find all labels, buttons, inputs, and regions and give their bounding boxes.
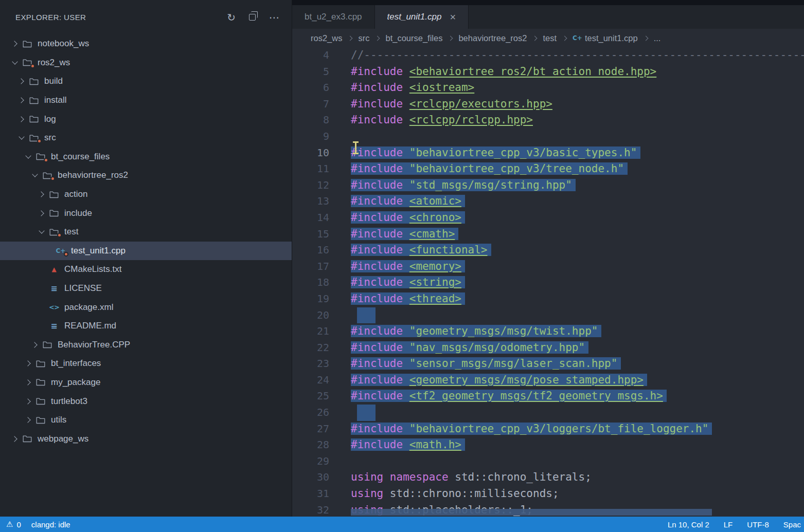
code-line-21[interactable]: 21#include "geometry_msgs/msg/twist.hpp" [292,323,804,340]
code-line-8[interactable]: 8#include <rclcpp/rclcpp.hpp> [292,112,804,129]
code-line-25[interactable]: 25#include <tf2_geometry_msgs/tf2_geomet… [292,388,804,405]
code-text: #include <rclcpp/executors.hpp> [351,96,552,113]
breadcrumb-item-behaviortree_ros2[interactable]: behaviortree_ros2 [458,33,527,43]
chevron-right-icon [9,437,21,441]
refresh-icon[interactable]: ↻ [227,12,236,23]
code-token: #include [351,341,409,354]
code-line-6[interactable]: 6#include <iostream> [292,80,804,96]
breadcrumb-item-test[interactable]: test [543,33,557,43]
chevron-right-icon [16,98,27,102]
code-line-28[interactable]: 28#include <math.h> [292,437,804,453]
selection-highlight: #include <math.h> [351,438,465,451]
code-line-31[interactable]: 31using std::chrono::milliseconds; [292,486,804,502]
tree-item-bt_course_files[interactable]: bt_course_files [0,148,292,167]
encoding-indicator[interactable]: UTF-8 [747,520,769,529]
code-token: #include [351,81,409,94]
code-line-10[interactable]: 10#include "behaviortree_cpp_v3/basic_ty… [292,145,804,161]
tree-item-notebook_ws[interactable]: notebook_ws [0,34,292,53]
code-text: #include "behaviortree_cpp_v3/tree_node.… [351,161,628,177]
folder-icon [47,208,61,218]
tree-item-LICENSE[interactable]: ≡LICENSE [0,279,292,298]
clangd-status[interactable]: clangd: idle [31,520,70,529]
code-line-24[interactable]: 24#include <geometry_msgs/msg/pose_stamp… [292,372,804,389]
tree-item-package.xml[interactable]: <>package.xml [0,298,292,317]
tree-item-test_unit1.cpp[interactable]: C+test_unit1.cpp [0,242,292,261]
line-number: 22 [292,340,329,356]
chevron-right-icon [36,192,47,196]
code-token: "behaviortree_cpp_v3/loggers/bt_file_log… [409,423,709,435]
breadcrumb-item-...[interactable]: ... [654,33,661,43]
code-line-20[interactable]: 20 [292,307,804,324]
tree-item-test[interactable]: test [0,223,292,242]
cursor-position[interactable]: Ln 10, Col 2 [668,520,709,529]
horizontal-scrollbar[interactable] [351,509,712,516]
code-line-9[interactable]: 9 [292,129,804,145]
code-line-30[interactable]: 30using namespace std::chrono_literals; [292,469,804,486]
tree-item-webpage_ws[interactable]: webpage_ws [0,429,292,448]
code-token: "behaviortree_cpp_v3/tree_node.h" [409,162,624,175]
line-number: 32 [292,502,329,517]
file-icon-glyph: ≡ [50,321,57,331]
more-actions-icon[interactable]: ⋯ [269,12,279,23]
collapse-folders-icon[interactable] [249,14,256,21]
code-line-5[interactable]: 5#include <behaviortree_ros2/bt_action_n… [292,64,804,80]
tree-item-utils[interactable]: utils [0,411,292,430]
breadcrumb-item-bt_course_files[interactable]: bt_course_files [385,33,442,43]
code-line-13[interactable]: 13#include <atomic> [292,193,804,210]
code-editor[interactable]: 4//-------------------------------------… [292,47,804,517]
code-line-7[interactable]: 7#include <rclcpp/executors.hpp> [292,96,804,113]
folder-icon [27,133,41,143]
code-area: 4//-------------------------------------… [292,47,804,517]
code-text: using namespace std::chrono_literals; [351,469,592,486]
tree-item-behaviortree_ros2[interactable]: behaviortree_ros2 [0,166,292,185]
code-line-4[interactable]: 4//-------------------------------------… [292,47,804,64]
code-line-18[interactable]: 18#include <string> [292,274,804,291]
tree-item-README.md[interactable]: ≡README.md [0,317,292,336]
tree-item-label: README.md [64,321,116,331]
folder-icon [21,434,34,444]
license-file-icon: ≡ [47,283,61,293]
code-text: #include <rclcpp/rclcpp.hpp> [351,112,533,129]
tree-item-action[interactable]: action [0,185,292,204]
tab-test_unit1.cpp[interactable]: test_unit1.cpp× [375,5,469,29]
breadcrumb-item-src[interactable]: src [358,33,369,43]
code-line-16[interactable]: 16#include <functional> [292,242,804,259]
eol-indicator[interactable]: LF [724,520,733,529]
tree-item-install[interactable]: install [0,91,292,110]
code-line-23[interactable]: 23#include "sensor_msgs/msg/laser_scan.h… [292,356,804,372]
status-bar-right: Ln 10, Col 2 LF UTF-8 Spac [668,520,801,529]
code-line-22[interactable]: 22#include "nav_msgs/msg/odometry.hpp" [292,340,804,356]
breadcrumb-item-ros2_ws[interactable]: ros2_ws [311,33,342,43]
tree-item-label: notebook_ws [38,39,89,49]
tree-item-CMakeLists.txt[interactable]: ▲CMakeLists.txt [0,260,292,279]
code-line-11[interactable]: 11#include "behaviortree_cpp_v3/tree_nod… [292,161,804,177]
code-token: <rclcpp/rclcpp.hpp> [409,114,533,126]
tree-item-label: include [64,208,92,218]
code-line-26[interactable]: 26 [292,405,804,421]
tree-item-BehaviorTree.CPP[interactable]: BehaviorTree.CPP [0,336,292,355]
tree-item-log[interactable]: log [0,109,292,129]
code-line-29[interactable]: 29 [292,453,804,470]
tree-item-build[interactable]: build [0,72,292,91]
modified-dot [64,252,68,256]
indentation-indicator[interactable]: Spac [783,520,801,529]
close-icon[interactable]: × [450,11,456,23]
problems-indicator[interactable]: ⚠ 0 [6,520,21,529]
tree-item-include[interactable]: include [0,204,292,223]
code-line-19[interactable]: 19#include <thread> [292,291,804,307]
chevron-right-icon [643,35,648,41]
tab-bt_u2_ex3.cpp[interactable]: bt_u2_ex3.cpp [292,5,375,29]
code-line-12[interactable]: 12#include "std_msgs/msg/string.hpp" [292,177,804,194]
code-line-15[interactable]: 15#include <cmath> [292,226,804,243]
tree-item-src[interactable]: src [0,129,292,148]
tree-item-my_package[interactable]: my_package [0,373,292,392]
breadcrumb-label: src [358,33,369,43]
tree-item-turtlebot3[interactable]: turtlebot3 [0,392,292,411]
breadcrumb-item-test_unit1.cpp[interactable]: C+test_unit1.cpp [573,33,638,43]
tree-item-ros2_ws[interactable]: ros2_ws [0,53,292,72]
code-line-17[interactable]: 17#include <memory> [292,259,804,275]
tree-item-bt_interfaces[interactable]: bt_interfaces [0,354,292,373]
code-line-27[interactable]: 27#include "behaviortree_cpp_v3/loggers/… [292,421,804,437]
tab-bar: bt_u2_ex3.cpptest_unit1.cpp× [292,5,804,29]
code-line-14[interactable]: 14#include <chrono> [292,210,804,226]
